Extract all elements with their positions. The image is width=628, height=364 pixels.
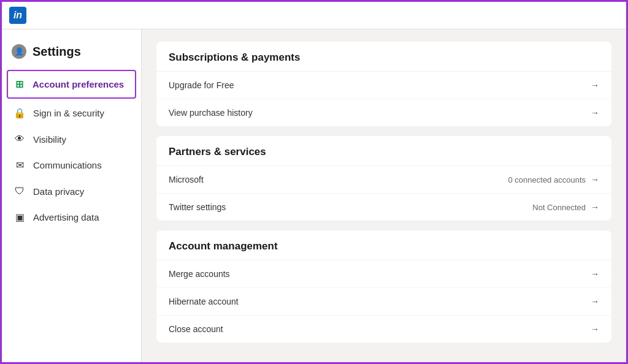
sidebar-item-communications[interactable]: ✉ Communications xyxy=(2,152,141,178)
close-account-item[interactable]: Close account → xyxy=(156,316,611,343)
microsoft-item[interactable]: Microsoft 0 connected accounts → xyxy=(156,166,611,194)
lock-icon: 🔒 xyxy=(13,107,26,119)
main-layout: 👤 Settings ⊞ Account preferences 🔒 Sign … xyxy=(2,29,626,362)
chevron-right-icon: → xyxy=(591,80,599,90)
sidebar-item-label: Sign in & security xyxy=(33,108,104,118)
account-preferences-icon: ⊞ xyxy=(13,78,25,90)
view-purchase-history-item[interactable]: View purchase history → xyxy=(156,99,611,126)
chevron-right-icon: → xyxy=(591,108,599,118)
sidebar-item-label: Communications xyxy=(33,160,102,170)
twitter-status: Not Connected xyxy=(532,203,586,212)
partners-services-title: Partners & services xyxy=(156,136,611,166)
chevron-right-icon: → xyxy=(591,297,599,306)
chevron-right-icon: → xyxy=(591,269,599,279)
hibernate-account-item[interactable]: Hibernate account → xyxy=(156,288,611,316)
footer-links: Help Center Privacy Policy Accessibility… xyxy=(156,352,611,362)
merge-accounts-label: Merge accounts xyxy=(169,269,230,279)
content-area: Subscriptions & payments Upgrade for Fre… xyxy=(142,29,626,362)
sidebar: 👤 Settings ⊞ Account preferences 🔒 Sign … xyxy=(2,29,142,362)
eye-icon: 👁 xyxy=(13,134,26,145)
microsoft-label: Microsoft xyxy=(169,175,204,184)
account-management-title: Account management xyxy=(156,230,611,260)
sidebar-item-label: Data privacy xyxy=(33,186,84,197)
view-purchase-history-label: View purchase history xyxy=(169,108,253,118)
twitter-settings-label: Twitter settings xyxy=(169,202,226,212)
user-avatar-icon: 👤 xyxy=(12,44,26,59)
sidebar-item-advertising-data[interactable]: ▣ Advertising data xyxy=(2,204,141,230)
close-account-label: Close account xyxy=(169,324,223,334)
sidebar-item-visibility[interactable]: 👁 Visibility xyxy=(2,126,141,152)
account-management-card: Account management Merge accounts → Hibe… xyxy=(156,230,611,343)
subscriptions-payments-card: Subscriptions & payments Upgrade for Fre… xyxy=(156,42,611,126)
sidebar-item-label: Advertising data xyxy=(33,212,99,222)
microsoft-status: 0 connected accounts xyxy=(508,175,586,184)
merge-accounts-item[interactable]: Merge accounts → xyxy=(156,260,611,288)
ad-icon: ▣ xyxy=(13,211,26,223)
partners-services-card: Partners & services Microsoft 0 connecte… xyxy=(156,136,611,221)
top-bar: in xyxy=(2,2,626,29)
sidebar-item-label: Account preferences xyxy=(33,79,124,89)
sidebar-heading: Settings xyxy=(33,45,81,59)
sidebar-title: 👤 Settings xyxy=(2,39,141,69)
sidebar-item-sign-in-security[interactable]: 🔒 Sign in & security xyxy=(2,100,141,126)
hibernate-account-label: Hibernate account xyxy=(169,297,239,306)
chevron-right-icon: → xyxy=(591,324,599,334)
linkedin-logo: in xyxy=(9,7,26,24)
chevron-right-icon: → xyxy=(591,175,599,184)
mail-icon: ✉ xyxy=(13,159,26,171)
sidebar-item-account-preferences[interactable]: ⊞ Account preferences xyxy=(7,70,136,99)
shield-icon: 🛡 xyxy=(13,186,26,197)
sidebar-item-data-privacy[interactable]: 🛡 Data privacy xyxy=(2,178,141,204)
subscriptions-payments-title: Subscriptions & payments xyxy=(156,42,611,72)
upgrade-for-free-label: Upgrade for Free xyxy=(169,80,234,90)
upgrade-for-free-item[interactable]: Upgrade for Free → xyxy=(156,72,611,99)
chevron-right-icon: → xyxy=(591,202,599,212)
sidebar-item-label: Visibility xyxy=(33,134,66,145)
twitter-settings-item[interactable]: Twitter settings Not Connected → xyxy=(156,194,611,221)
